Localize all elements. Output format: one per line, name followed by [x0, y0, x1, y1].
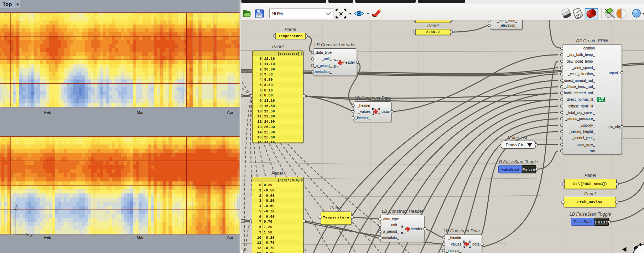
svg-text:x: x — [30, 233, 33, 238]
svg-text:LB Construct Header: LB Construct Header — [382, 209, 424, 214]
svg-text:_direct_normal_rad_: _direct_normal_rad_ — [562, 79, 595, 83]
svg-text:_atmos_pressure_: _atmos_pressure_ — [565, 117, 595, 121]
svg-text:_run: _run — [587, 149, 595, 153]
svg-text:FalseStart: FalseStart — [574, 220, 592, 224]
svg-text:metadata_: metadata_ — [315, 70, 332, 74]
svg-text:Panel: Panel — [585, 173, 596, 178]
svg-text:19.50: 19.50 — [264, 110, 275, 114]
svg-text:3: 3 — [259, 199, 261, 203]
svg-text:0: 0 — [259, 57, 261, 61]
svg-text:base_epw_: base_epw_ — [577, 143, 595, 147]
svg-text:Apr: Apr — [227, 110, 233, 115]
svg-text:4: 4 — [259, 78, 261, 82]
svg-text:8: 8 — [378, 107, 380, 111]
svg-text:6: 6 — [259, 215, 261, 219]
svg-text:8.90: 8.90 — [264, 78, 273, 82]
svg-text:-0.20: -0.20 — [264, 199, 275, 203]
svg-text:_values: _values — [358, 110, 370, 114]
svg-text:2: 2 — [259, 194, 261, 198]
svg-text:-0.70: -0.70 — [264, 246, 275, 250]
svg-text:LB Construct Header: LB Construct Header — [314, 42, 356, 47]
svg-text:11.10: 11.10 — [264, 62, 275, 66]
svg-text:-0.70: -0.70 — [264, 241, 275, 245]
svg-text:14: 14 — [257, 131, 261, 135]
svg-text:0.20: 0.20 — [264, 183, 272, 187]
svg-text:epw_obj: epw_obj — [607, 125, 620, 129]
svg-text:_horiz_infrared_rad_: _horiz_infrared_rad_ — [562, 91, 595, 95]
svg-text:data: data — [381, 109, 389, 114]
svg-text:...: ... — [336, 64, 339, 68]
svg-text:_elevation_: _elevation_ — [499, 23, 518, 27]
svg-text:13: 13 — [257, 252, 261, 253]
svg-text:6: 6 — [259, 89, 261, 93]
svg-text:D:\[POSG_sem3]\: D:\[POSG_sem3]\ — [573, 182, 607, 186]
svg-text:7: 7 — [259, 94, 261, 97]
svg-text:2: 2 — [378, 112, 380, 116]
svg-text:False: False — [595, 220, 608, 225]
svg-text:16.50: 16.50 — [264, 104, 275, 108]
svg-text:_interval_: _interval_ — [446, 249, 462, 253]
svg-text:5: 5 — [259, 83, 261, 87]
svg-text:0.70: 0.70 — [264, 220, 272, 224]
svg-text:11: 11 — [257, 241, 261, 245]
svg-text:header: header — [411, 227, 422, 231]
svg-text:25.80: 25.80 — [264, 131, 275, 135]
svg-text:_model_year_: _model_year_ — [572, 136, 595, 140]
svg-text:_ceiling_height_: _ceiling_height_ — [569, 130, 595, 133]
svg-text:Mar: Mar — [137, 110, 144, 115]
svg-text:Feb: Feb — [44, 235, 51, 239]
svg-text:25.30: 25.30 — [264, 125, 275, 129]
svg-text:-0.20: -0.20 — [264, 236, 275, 240]
svg-text:A: A — [333, 58, 336, 62]
svg-text:2: 2 — [259, 68, 261, 72]
svg-text:B: B — [401, 231, 403, 235]
svg-text:Panel: Panel — [272, 44, 284, 49]
svg-text:_visibility_: _visibility_ — [578, 123, 595, 127]
svg-text:7: 7 — [259, 220, 261, 224]
svg-text:A: A — [463, 245, 465, 248]
svg-text:5: 5 — [259, 210, 261, 214]
svg-text:...: ... — [336, 58, 339, 61]
svg-text:LB Construct Data: LB Construct Data — [354, 96, 391, 101]
svg-text:...: ... — [404, 231, 406, 234]
svg-text:Value List: Value List — [508, 135, 528, 140]
svg-text:False: False — [522, 167, 535, 172]
svg-text:10: 10 — [257, 110, 261, 114]
svg-text:A: A — [372, 112, 374, 116]
svg-text:_unit_: _unit_ — [389, 223, 399, 227]
svg-text:10.00: 10.00 — [264, 68, 275, 72]
svg-text:90%: 90% — [272, 10, 283, 16]
svg-text:_data_type: _data_type — [381, 217, 399, 221]
svg-text:Panel: Panel — [584, 191, 596, 196]
svg-text:25.60: 25.60 — [264, 136, 275, 139]
svg-text:_data_type: _data_type — [314, 51, 332, 54]
svg-text:_diffuse_horiz_ill_: _diffuse_horiz_ill_ — [566, 104, 595, 108]
svg-text:Panel: Panel — [285, 27, 296, 32]
svg-text:9: 9 — [259, 104, 261, 108]
svg-text:_diffuse_horiz_rad_: _diffuse_horiz_rad_ — [563, 85, 595, 89]
svg-text:12.10: 12.10 — [264, 57, 275, 61]
svg-text:0: 0 — [259, 183, 261, 187]
svg-text:Mar: Mar — [137, 235, 144, 239]
svg-text:Panel: Panel — [427, 23, 439, 28]
svg-text:8.50: 8.50 — [264, 83, 273, 87]
svg-text:LB Construct Data: LB Construct Data — [443, 228, 480, 233]
svg-text:3: 3 — [259, 73, 261, 77]
svg-text:1.20: 1.20 — [264, 225, 272, 229]
svg-text:22.00: 22.00 — [264, 115, 275, 118]
svg-text:_header: _header — [448, 236, 461, 239]
svg-text:_header: _header — [357, 104, 370, 107]
svg-text:-0.70: -0.70 — [264, 210, 275, 214]
svg-text:y: y — [15, 202, 18, 207]
svg-text:9: 9 — [259, 231, 261, 234]
svg-text:1.50: 1.50 — [264, 231, 272, 234]
svg-text:1: 1 — [259, 189, 261, 193]
svg-text:-0.40: -0.40 — [264, 215, 275, 219]
svg-text:2240.0: 2240.0 — [426, 30, 440, 34]
svg-text:12: 12 — [257, 120, 261, 124]
svg-text:8.10: 8.10 — [264, 89, 273, 93]
svg-text:EPW: EPW — [599, 100, 603, 102]
svg-text:Top: Top — [2, 1, 12, 7]
svg-text:-0.80: -0.80 — [264, 252, 275, 253]
svg-text:report: report — [609, 71, 618, 75]
